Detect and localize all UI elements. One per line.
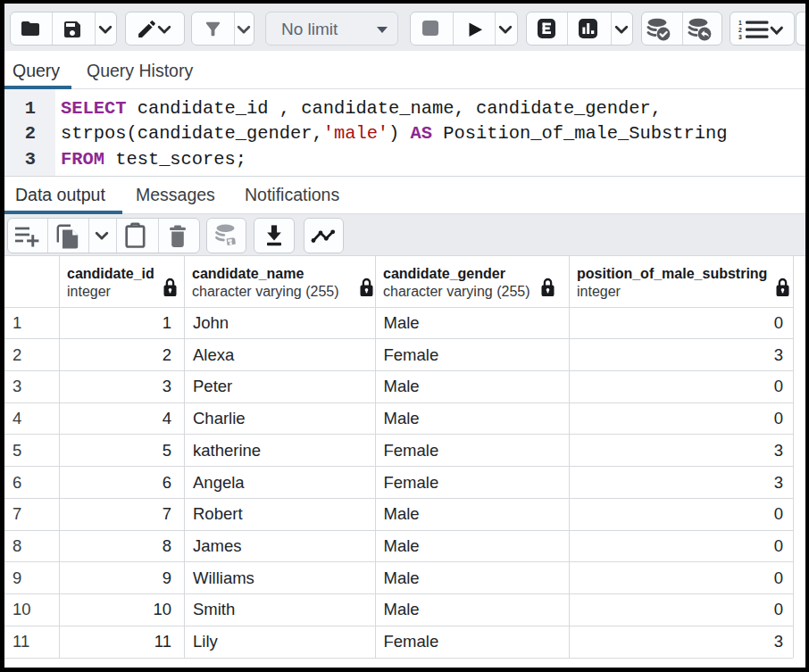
svg-text:3: 3 <box>738 34 742 40</box>
svg-text:2: 2 <box>738 27 742 33</box>
svg-text:1: 1 <box>738 20 742 26</box>
